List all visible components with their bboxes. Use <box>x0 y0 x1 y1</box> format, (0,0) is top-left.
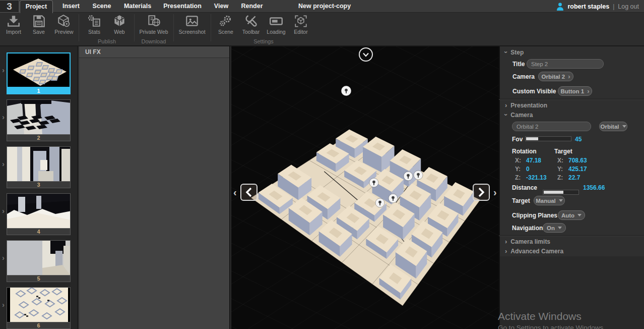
step-title-input[interactable] <box>527 59 604 69</box>
chevron-right-icon: › <box>587 87 589 95</box>
toolbar-separator <box>134 14 135 41</box>
chevron-right-icon: › <box>568 73 570 80</box>
navigation-label: Navigation <box>512 225 543 232</box>
tab-render[interactable]: Render <box>237 0 267 13</box>
annotation-marker[interactable] <box>369 178 378 187</box>
slide-thumbnail[interactable]: 6 <box>7 287 71 329</box>
slide-thumbnail[interactable]: 5 <box>7 240 71 282</box>
chevron-right-icon: › <box>505 101 507 109</box>
scene-settings-icon <box>218 14 233 28</box>
annotation-marker[interactable] <box>389 194 398 203</box>
preview-icon <box>56 14 72 28</box>
annotation-marker[interactable] <box>414 171 423 180</box>
slide-preview-image <box>7 146 71 182</box>
camera-name-input[interactable] <box>512 122 591 131</box>
section-camera[interactable]: › Camera <box>505 111 533 119</box>
target-mode-dropdown[interactable]: Manual <box>534 196 565 205</box>
slide-thumbnail[interactable]: 2 <box>7 99 71 141</box>
prev-step-small-arrow[interactable]: ‹ <box>233 187 237 197</box>
loading-settings-icon <box>269 14 284 28</box>
app-logo[interactable]: 3 <box>0 0 19 13</box>
distance-value[interactable]: 1356.66 <box>583 184 605 191</box>
slide-expand-arrow[interactable]: › <box>2 114 5 121</box>
tab-materials[interactable]: Materials <box>119 0 156 13</box>
activate-windows-watermark: Activate Windows <box>498 310 582 322</box>
clipping-planes-label: Clipping Planes <box>512 212 557 219</box>
toolbar-separator <box>211 14 211 41</box>
caret-down-icon <box>577 214 582 216</box>
slide-expand-arrow[interactable]: › <box>2 301 5 308</box>
camera-type-dropdown[interactable]: Orbital <box>599 122 627 131</box>
target-y-label: Y: <box>557 166 563 173</box>
custom-visible-button[interactable]: Button 1› <box>558 86 592 96</box>
fov-value[interactable]: 45 <box>575 136 582 143</box>
slide-number: 3 <box>7 182 71 188</box>
slides-sidebar: › 1› 2› 3› 4› 5› 6 <box>0 46 78 329</box>
section-advanced-camera[interactable]: › Advanced Camera <box>505 247 563 255</box>
editor-button[interactable]: Editor <box>288 14 313 39</box>
web-button[interactable]: Web <box>107 14 132 39</box>
target-mode-label: Target <box>512 197 530 204</box>
target-z-value[interactable]: 22.7 <box>568 174 580 181</box>
next-step-button[interactable] <box>473 184 490 201</box>
toolbar-separator <box>79 14 79 41</box>
scene-settings-button[interactable]: Scene <box>213 14 238 39</box>
target-y-value[interactable]: 425.17 <box>568 166 587 173</box>
tab-project[interactable]: Project <box>20 0 53 13</box>
navigation-dropdown[interactable]: On <box>543 223 566 233</box>
slide-thumbnail[interactable]: 1 <box>7 52 71 94</box>
stats-button[interactable]: Stats <box>82 14 107 39</box>
slide-preview-image <box>7 287 71 322</box>
tab-view[interactable]: View <box>209 0 234 13</box>
annotation-marker[interactable] <box>341 86 351 96</box>
chevron-down-icon <box>362 50 370 59</box>
rotation-x-label: X: <box>515 157 521 164</box>
section-step[interactable]: › Step <box>505 48 524 56</box>
prev-step-button[interactable] <box>240 184 257 201</box>
user-name[interactable]: robert staples <box>567 3 609 10</box>
toolbar-settings-button[interactable]: Toolbar <box>238 14 264 39</box>
chevron-down-icon: › <box>502 51 510 53</box>
clipping-planes-dropdown[interactable]: Auto <box>558 210 585 220</box>
slide-expand-arrow[interactable]: › <box>2 207 5 214</box>
activate-windows-subtext: Go to Settings to activate Windows <box>498 324 603 329</box>
slide-thumbnail[interactable]: 3 <box>7 146 71 188</box>
logout-button[interactable]: Log out <box>618 3 639 10</box>
private-web-button[interactable]: Private Web <box>135 14 172 39</box>
slide-expand-arrow[interactable]: › <box>2 67 5 74</box>
rotation-x-value[interactable]: 47.18 <box>526 157 541 164</box>
slide-expand-arrow[interactable]: › <box>2 160 5 168</box>
annotation-marker[interactable] <box>404 172 413 181</box>
import-button[interactable]: Import <box>1 14 26 39</box>
screenshot-button[interactable]: Screenshot <box>174 14 210 39</box>
section-camera-limits[interactable]: › Camera limits <box>505 238 550 245</box>
step-camera-button[interactable]: Orbital 2› <box>538 72 573 81</box>
slide-expand-arrow[interactable]: › <box>2 254 5 261</box>
main-toolbar: Import Save Preview Stats Web Private We… <box>0 13 644 46</box>
slide-thumbnail[interactable]: 4 <box>7 193 71 235</box>
target-x-value[interactable]: 708.63 <box>568 157 587 164</box>
screenshot-icon <box>184 14 200 28</box>
rotation-y-value[interactable]: 0 <box>526 166 530 173</box>
stats-icon <box>87 14 102 28</box>
annotation-marker[interactable] <box>375 198 384 207</box>
slide-preview-image <box>7 193 71 229</box>
distance-slider[interactable] <box>543 190 579 195</box>
rotation-z-value[interactable]: -321.13 <box>526 174 547 181</box>
tab-insert[interactable]: Insert <box>56 0 86 13</box>
fov-slider[interactable] <box>525 136 571 141</box>
viewport-3d[interactable]: ‹ › <box>231 46 499 329</box>
title-label: Title <box>512 61 525 68</box>
next-step-small-arrow[interactable]: › <box>493 187 497 197</box>
tab-presentation[interactable]: Presentation <box>159 0 206 13</box>
target-x-label: X: <box>557 157 563 164</box>
tab-scene[interactable]: Scene <box>87 0 117 13</box>
step-camera-label: Camera <box>512 73 535 80</box>
section-presentation[interactable]: › Presentation <box>505 101 547 109</box>
caret-down-icon <box>622 125 626 128</box>
preview-button[interactable]: Preview <box>51 14 77 39</box>
collapse-toolbar-button[interactable] <box>359 47 373 62</box>
loading-settings-button[interactable]: Loading <box>264 14 289 39</box>
slide-preview-image <box>7 99 71 135</box>
save-button[interactable]: Save <box>26 14 51 39</box>
